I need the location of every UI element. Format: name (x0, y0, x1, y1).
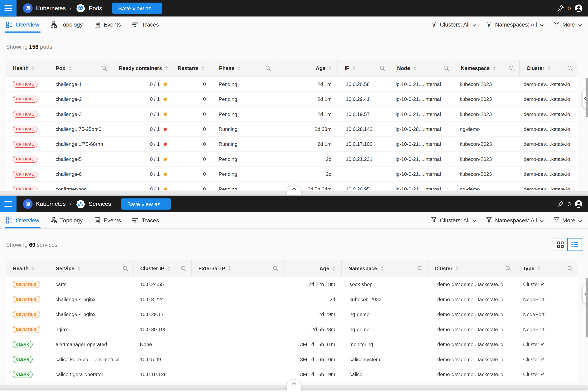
filter-more[interactable]: More (554, 21, 582, 28)
sort-icon[interactable] (32, 66, 35, 71)
pod-link[interactable]: challenge-3 (56, 112, 82, 117)
namespace-link[interactable]: kubecon-2023 (460, 171, 492, 177)
namespace-link[interactable]: kubecon-2023 (460, 96, 492, 102)
node-link[interactable]: ip-10-0-21....internal (396, 156, 441, 162)
sort-icon[interactable] (32, 266, 35, 271)
cluster-link[interactable]: demo-dev....kstate.io (524, 96, 570, 102)
service-link[interactable]: challenge-4-nginx (56, 312, 96, 317)
cluster-link[interactable]: demo-dev.demo...tackstate.io (437, 327, 503, 332)
vertical-scrollbar[interactable] (586, 278, 588, 338)
node-link[interactable]: ip-10-0-21....internal (396, 141, 441, 147)
cluster-link[interactable]: demo-dev.demo...tackstate.io (437, 357, 503, 362)
column-header-cluster[interactable]: Cluster (520, 60, 578, 76)
cluster-link[interactable]: demo-dev....kstate.io (524, 186, 570, 190)
namespace-link[interactable]: kubecon-2023 (350, 297, 382, 302)
column-header-health[interactable]: Health (6, 260, 48, 277)
search-icon[interactable] (502, 266, 511, 271)
list-view-button[interactable] (568, 238, 582, 251)
filter-clusters-all[interactable]: Clusters: All (431, 217, 476, 224)
tab-traces[interactable]: Traces (132, 16, 159, 33)
pin-icon[interactable] (557, 4, 564, 12)
search-icon[interactable] (440, 65, 449, 71)
namespace-link[interactable]: monitoring (350, 342, 373, 347)
namespace-link[interactable]: sock-shop (350, 282, 372, 287)
cluster-link[interactable]: demo-dev....kstate.io (524, 126, 570, 132)
tab-overview[interactable]: Overview (6, 16, 39, 33)
service-link[interactable]: nginx (56, 327, 68, 332)
user-avatar-icon[interactable] (574, 4, 583, 13)
vertical-scrollbar[interactable] (586, 78, 588, 117)
cluster-link[interactable]: demo-dev....kstate.io (524, 82, 570, 87)
column-header-type[interactable]: Type (516, 260, 578, 277)
column-header-external_ip[interactable]: External IP (191, 260, 283, 277)
sort-icon[interactable] (456, 266, 458, 271)
column-header-node[interactable]: Node (390, 60, 454, 76)
pod-link[interactable]: confirmer-pod (56, 186, 87, 190)
cluster-link[interactable]: demo-dev....kstate.io (524, 156, 570, 162)
tab-events[interactable]: Events (94, 212, 121, 228)
sort-icon[interactable] (537, 266, 540, 271)
column-header-age[interactable]: Age (276, 60, 338, 76)
pod-link[interactable]: challeng...75-25bm6 (56, 126, 102, 132)
sort-icon[interactable] (165, 66, 168, 71)
search-icon[interactable] (270, 266, 279, 271)
cluster-link[interactable]: demo-dev.demo...tackstate.io (437, 282, 503, 287)
search-icon[interactable] (178, 266, 187, 271)
cluster-link[interactable]: demo-dev....kstate.io (524, 112, 570, 117)
grid-view-button[interactable] (553, 238, 568, 251)
namespace-link[interactable]: kubecon-2023 (460, 112, 492, 117)
column-header-cluster[interactable]: Cluster (428, 260, 516, 277)
node-link[interactable]: ip-10-0-21....internal (396, 186, 441, 190)
sort-icon[interactable] (380, 266, 383, 271)
sort-icon[interactable] (168, 266, 170, 271)
sort-icon[interactable] (78, 266, 80, 271)
service-link[interactable]: calico-tigera-operator (56, 372, 103, 377)
column-header-pod[interactable]: Pod (49, 60, 112, 76)
column-header-cluster_ip[interactable]: Cluster IP (133, 260, 191, 277)
save-view-button[interactable]: Save view as... (121, 198, 171, 210)
namespace-link[interactable]: ng-demo (350, 312, 370, 317)
cluster-link[interactable]: demo-dev.demo...tackstate.io (437, 312, 503, 317)
search-icon[interactable] (376, 65, 386, 71)
hamburger-menu-icon[interactable] (0, 0, 16, 16)
service-link[interactable]: alertmanager-operated (56, 342, 107, 347)
search-icon[interactable] (564, 266, 573, 271)
column-header-phase[interactable]: Phase (212, 60, 276, 76)
sort-icon[interactable] (68, 66, 72, 71)
column-header-ip[interactable]: IP (338, 60, 390, 76)
node-link[interactable]: ip-10-0-28....internal (396, 126, 441, 132)
cluster-link[interactable]: demo-dev.demo...tackstate.io (437, 342, 503, 347)
pod-link[interactable]: challenge-2 (56, 96, 82, 102)
filter-clusters-all[interactable]: Clusters: All (431, 21, 476, 28)
column-header-namespace[interactable]: Namespace (454, 60, 519, 76)
sort-icon[interactable] (352, 66, 356, 71)
column-header-restarts[interactable]: Restarts (171, 60, 212, 76)
filter-more[interactable]: More (554, 217, 582, 224)
save-view-button[interactable]: Save view as... (112, 3, 162, 14)
sort-icon[interactable] (332, 266, 335, 271)
namespace-link[interactable]: calico (350, 372, 362, 377)
column-header-age[interactable]: Age (283, 260, 341, 277)
tab-traces[interactable]: Traces (132, 212, 159, 228)
node-link[interactable]: ip-10-0-21....internal (396, 171, 441, 177)
service-link[interactable]: calico-kube-co...llers-metrics (56, 357, 120, 362)
column-header-namespace[interactable]: Namespace (341, 260, 427, 277)
scroll-to-top-button[interactable] (287, 380, 301, 392)
tab-overview[interactable]: Overview (6, 212, 39, 228)
pin-icon[interactable] (557, 200, 564, 208)
pod-link[interactable]: challenge...f75-68rhn (56, 141, 103, 147)
namespace-link[interactable]: ng-demo (350, 327, 370, 332)
node-link[interactable]: ip-10-0-21....internal (396, 82, 441, 87)
search-icon[interactable] (262, 65, 271, 71)
cluster-link[interactable]: demo-dev.demo...tackstate.io (437, 372, 503, 377)
sort-icon[interactable] (202, 66, 204, 71)
node-link[interactable]: ip-10-0-21....internal (396, 112, 441, 117)
sort-icon[interactable] (228, 266, 231, 271)
hamburger-menu-icon[interactable] (0, 196, 16, 212)
namespace-link[interactable]: ng-demo (460, 126, 480, 132)
sort-icon[interactable] (237, 66, 240, 71)
column-header-ready[interactable]: Ready containers (112, 60, 170, 76)
cluster-link[interactable]: demo-dev....kstate.io (524, 171, 570, 177)
namespace-link[interactable]: kubecon-2023 (460, 141, 492, 147)
sort-icon[interactable] (413, 66, 416, 71)
